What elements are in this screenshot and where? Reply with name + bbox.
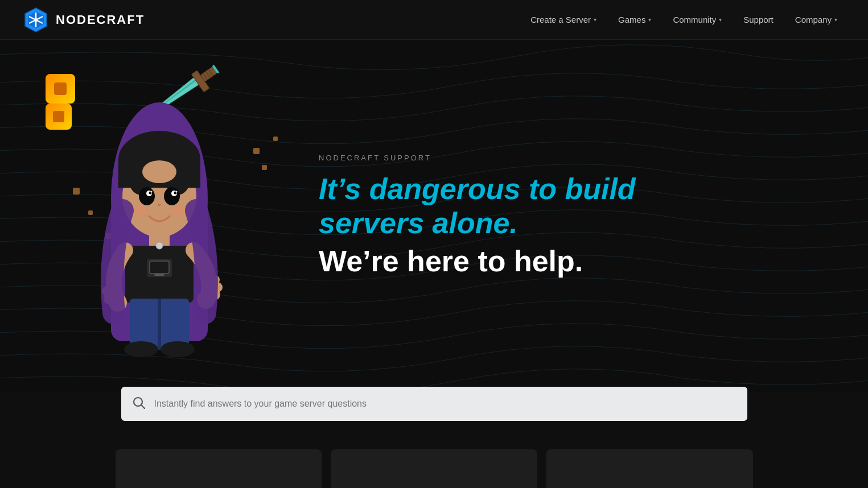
chevron-down-icon: ▾ xyxy=(719,16,722,23)
navbar: NODECRAFT Create a Server ▾ Games ▾ Comm… xyxy=(0,0,868,40)
hero-content: NODECRAFT SUPPORT It’s dangerous to buil… xyxy=(0,40,868,392)
nav-community[interactable]: Community ▾ xyxy=(665,10,730,29)
svg-rect-36 xyxy=(150,261,169,274)
svg-point-22 xyxy=(142,160,176,183)
card-3[interactable] xyxy=(546,449,753,488)
svg-rect-46 xyxy=(158,299,161,350)
character-illustration xyxy=(46,74,285,358)
svg-rect-37 xyxy=(154,274,164,276)
search-icon xyxy=(133,396,145,412)
hero-heading-cyan: It’s dangerous to build servers alone. xyxy=(319,172,683,241)
floating-gem-left xyxy=(46,74,75,104)
svg-point-32 xyxy=(171,206,187,215)
nav-company[interactable]: Company ▾ xyxy=(787,10,845,29)
logo[interactable]: NODECRAFT xyxy=(23,7,145,33)
nav-games[interactable]: Games ▾ xyxy=(610,10,659,29)
hero-heading-white: We’re here to help. xyxy=(319,245,683,279)
card-2[interactable] xyxy=(331,449,537,488)
svg-point-23 xyxy=(139,187,155,205)
nav-support[interactable]: Support xyxy=(735,10,781,29)
logo-wordmark: NODECRAFT xyxy=(56,13,145,27)
nav-create-server[interactable]: Create a Server ▾ xyxy=(523,10,604,29)
nav-links: Create a Server ▾ Games ▾ Community ▾ Su… xyxy=(523,10,845,29)
svg-point-30 xyxy=(176,191,178,193)
hero-text-block: NODECRAFT SUPPORT It’s dangerous to buil… xyxy=(285,154,683,279)
logo-icon xyxy=(23,7,49,33)
pixel-dot xyxy=(73,188,80,195)
search-section xyxy=(0,387,868,421)
cards-section xyxy=(93,438,776,488)
pixel-dot xyxy=(253,148,260,154)
svg-point-29 xyxy=(151,191,153,193)
chevron-down-icon: ▾ xyxy=(834,16,837,23)
svg-point-31 xyxy=(131,206,147,215)
floating-gem-right xyxy=(46,104,72,130)
pixel-dot xyxy=(273,137,278,141)
hero-label: NODECRAFT SUPPORT xyxy=(319,154,683,162)
search-input[interactable] xyxy=(154,399,736,409)
hero-section: NODECRAFT SUPPORT It’s dangerous to buil… xyxy=(0,40,868,392)
svg-point-48 xyxy=(161,341,195,357)
pixel-dot xyxy=(262,165,267,170)
svg-point-5 xyxy=(34,18,38,22)
chevron-down-icon: ▾ xyxy=(594,16,597,23)
card-1[interactable] xyxy=(116,449,322,488)
chevron-down-icon: ▾ xyxy=(648,16,651,23)
svg-line-51 xyxy=(141,405,145,408)
search-bar xyxy=(121,387,747,421)
svg-point-24 xyxy=(164,187,180,205)
svg-point-47 xyxy=(124,341,158,357)
svg-point-49 xyxy=(156,242,163,249)
character-figure xyxy=(80,97,239,358)
